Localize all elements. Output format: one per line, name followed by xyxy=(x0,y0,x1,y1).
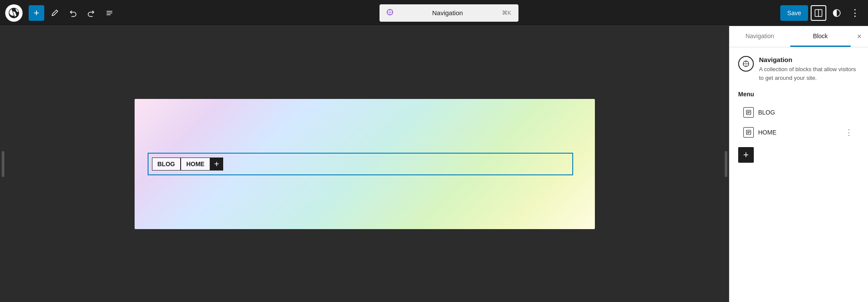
list-view-button[interactable] xyxy=(102,5,117,21)
menu-item-blog-label: BLOG xyxy=(758,109,854,116)
menu-item-home-more[interactable]: ⋮ xyxy=(844,127,854,138)
more-options-button[interactable]: ⋮ xyxy=(847,5,863,21)
nav-block[interactable]: BLOG HOME + xyxy=(148,153,573,175)
block-info-text: Navigation A collection of blocks that a… xyxy=(759,56,859,82)
redo-button[interactable] xyxy=(83,5,99,21)
sidebar-body: Navigation A collection of blocks that a… xyxy=(729,47,868,171)
menu-item-home-icon xyxy=(743,127,754,138)
scrollbar-right[interactable] xyxy=(723,26,729,302)
nav-add-button[interactable]: + xyxy=(210,158,223,171)
main-area: BLOG HOME + Navigation Block × xyxy=(0,26,868,302)
block-description: A collection of blocks that allow visito… xyxy=(759,65,859,82)
scrollbar-handle-left xyxy=(2,151,4,177)
add-block-button[interactable]: + xyxy=(29,5,44,21)
toolbar-center: Navigation ⌘K xyxy=(120,4,778,22)
block-info: Navigation A collection of blocks that a… xyxy=(738,56,859,82)
nav-item-blog[interactable]: BLOG xyxy=(152,158,181,171)
block-info-icon xyxy=(738,56,754,72)
sidebar: Navigation Block × Navigation A collecti… xyxy=(729,26,868,302)
sidebar-close-button[interactable]: × xyxy=(851,26,868,47)
wp-logo[interactable] xyxy=(5,4,23,22)
sidebar-header: Navigation Block × xyxy=(729,26,868,47)
tab-block[interactable]: Block xyxy=(790,26,851,47)
menu-item-blog-icon xyxy=(743,107,754,118)
scrollbar-left[interactable] xyxy=(0,26,6,302)
tab-navigation[interactable]: Navigation xyxy=(729,26,790,47)
menu-section-title: Menu xyxy=(738,91,859,98)
svg-point-1 xyxy=(389,11,390,13)
save-button[interactable]: Save xyxy=(780,5,808,21)
command-bar[interactable]: Navigation ⌘K xyxy=(380,4,518,22)
canvas-block: BLOG HOME + xyxy=(135,99,595,229)
undo-button[interactable] xyxy=(65,5,81,21)
menu-item-blog[interactable]: BLOG xyxy=(738,103,859,122)
block-title: Navigation xyxy=(759,56,859,63)
scrollbar-handle-right xyxy=(725,151,727,177)
command-shortcut: ⌘K xyxy=(502,10,512,16)
menu-add-button[interactable]: + xyxy=(738,147,754,163)
nav-item-home[interactable]: HOME xyxy=(181,158,210,171)
edit-button[interactable] xyxy=(47,5,63,21)
navigation-icon xyxy=(386,9,393,17)
svg-point-6 xyxy=(746,63,747,65)
canvas-area: BLOG HOME + xyxy=(0,26,729,302)
menu-items: BLOG HOME ⋮ xyxy=(738,103,859,142)
block-editor-toggle[interactable] xyxy=(811,5,826,21)
command-bar-text: Navigation xyxy=(398,9,498,16)
menu-item-home-label: HOME xyxy=(758,129,839,136)
toolbar: + Navigati xyxy=(0,0,868,26)
menu-item-home[interactable]: HOME ⋮ xyxy=(738,123,859,142)
toolbar-right: Save ⋮ xyxy=(780,5,863,21)
contrast-toggle[interactable] xyxy=(829,5,845,21)
